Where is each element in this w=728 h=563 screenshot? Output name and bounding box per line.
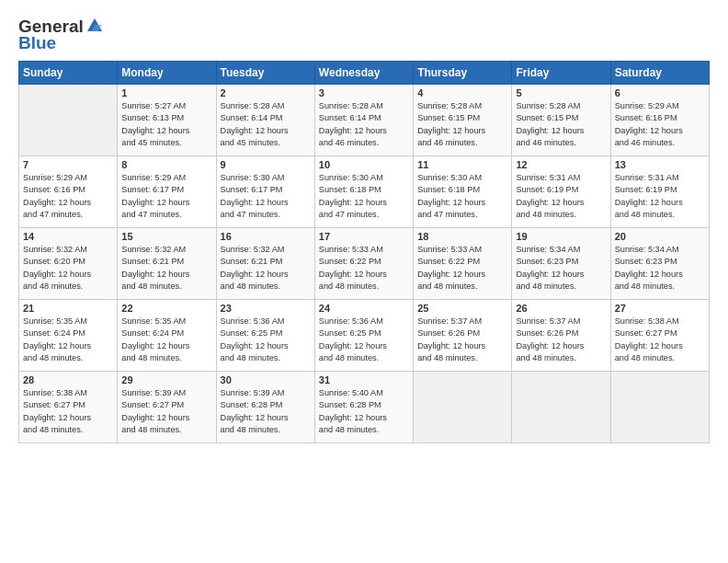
day-number: 25 xyxy=(417,303,507,314)
calendar-cell: 3Sunrise: 5:28 AMSunset: 6:14 PMDaylight… xyxy=(314,85,413,156)
day-number: 4 xyxy=(417,87,507,98)
day-number: 10 xyxy=(319,159,409,170)
calendar-table: SundayMondayTuesdayWednesdayThursdayFrid… xyxy=(18,61,710,443)
day-info: Sunrise: 5:38 AMSunset: 6:27 PMDaylight:… xyxy=(23,387,113,436)
day-number: 27 xyxy=(615,303,705,314)
day-info: Sunrise: 5:34 AMSunset: 6:23 PMDaylight:… xyxy=(516,244,606,293)
day-number: 16 xyxy=(221,231,311,242)
calendar-cell: 1Sunrise: 5:27 AMSunset: 6:13 PMDaylight… xyxy=(118,85,216,156)
day-number: 31 xyxy=(319,374,409,385)
calendar-cell: 15Sunrise: 5:32 AMSunset: 6:21 PMDayligh… xyxy=(118,228,216,300)
day-info: Sunrise: 5:31 AMSunset: 6:19 PMDaylight:… xyxy=(615,172,705,221)
header: General Blue xyxy=(18,17,710,53)
day-number: 19 xyxy=(516,231,606,242)
day-number: 21 xyxy=(23,303,113,314)
calendar-cell: 23Sunrise: 5:36 AMSunset: 6:25 PMDayligh… xyxy=(216,300,314,372)
day-number: 2 xyxy=(221,87,311,98)
day-info: Sunrise: 5:33 AMSunset: 6:22 PMDaylight:… xyxy=(417,244,507,293)
day-number: 18 xyxy=(417,231,507,242)
calendar-cell: 19Sunrise: 5:34 AMSunset: 6:23 PMDayligh… xyxy=(512,228,610,300)
calendar-cell: 24Sunrise: 5:36 AMSunset: 6:25 PMDayligh… xyxy=(314,300,413,372)
calendar-cell: 13Sunrise: 5:31 AMSunset: 6:19 PMDayligh… xyxy=(610,156,709,228)
day-number: 8 xyxy=(121,159,211,170)
day-info: Sunrise: 5:32 AMSunset: 6:21 PMDaylight:… xyxy=(221,244,311,293)
day-info: Sunrise: 5:28 AMSunset: 6:14 PMDaylight:… xyxy=(319,100,409,149)
day-number: 1 xyxy=(121,87,211,98)
day-info: Sunrise: 5:33 AMSunset: 6:22 PMDaylight:… xyxy=(319,244,409,293)
day-number: 26 xyxy=(516,303,606,314)
day-info: Sunrise: 5:28 AMSunset: 6:15 PMDaylight:… xyxy=(417,100,507,149)
day-number: 22 xyxy=(121,303,211,314)
day-number: 29 xyxy=(121,374,211,385)
day-number: 28 xyxy=(23,374,113,385)
calendar-cell: 9Sunrise: 5:30 AMSunset: 6:17 PMDaylight… xyxy=(216,156,314,228)
day-info: Sunrise: 5:28 AMSunset: 6:14 PMDaylight:… xyxy=(221,100,311,149)
week-row-3: 14Sunrise: 5:32 AMSunset: 6:20 PMDayligh… xyxy=(19,228,710,300)
day-info: Sunrise: 5:36 AMSunset: 6:25 PMDaylight:… xyxy=(221,316,311,364)
calendar-cell: 7Sunrise: 5:29 AMSunset: 6:16 PMDaylight… xyxy=(19,156,118,228)
calendar-cell: 25Sunrise: 5:37 AMSunset: 6:26 PMDayligh… xyxy=(414,300,512,372)
col-header-monday: Monday xyxy=(118,62,216,85)
logo: General Blue xyxy=(18,17,104,53)
day-number: 20 xyxy=(615,231,705,242)
day-number: 17 xyxy=(319,231,409,242)
header-row: SundayMondayTuesdayWednesdayThursdayFrid… xyxy=(19,62,710,85)
day-info: Sunrise: 5:40 AMSunset: 6:28 PMDaylight:… xyxy=(319,387,409,436)
day-info: Sunrise: 5:34 AMSunset: 6:23 PMDaylight:… xyxy=(615,244,705,293)
day-info: Sunrise: 5:36 AMSunset: 6:25 PMDaylight:… xyxy=(319,316,409,364)
day-info: Sunrise: 5:37 AMSunset: 6:26 PMDaylight:… xyxy=(516,316,606,364)
day-info: Sunrise: 5:30 AMSunset: 6:18 PMDaylight:… xyxy=(319,172,409,221)
day-number: 24 xyxy=(319,303,409,314)
calendar-cell xyxy=(512,372,610,443)
calendar-cell: 12Sunrise: 5:31 AMSunset: 6:19 PMDayligh… xyxy=(512,156,610,228)
day-info: Sunrise: 5:38 AMSunset: 6:27 PMDaylight:… xyxy=(615,316,705,364)
day-info: Sunrise: 5:29 AMSunset: 6:16 PMDaylight:… xyxy=(23,172,113,221)
calendar-cell: 10Sunrise: 5:30 AMSunset: 6:18 PMDayligh… xyxy=(314,156,413,228)
day-number: 23 xyxy=(221,303,311,314)
calendar-cell: 22Sunrise: 5:35 AMSunset: 6:24 PMDayligh… xyxy=(118,300,216,372)
calendar-cell: 17Sunrise: 5:33 AMSunset: 6:22 PMDayligh… xyxy=(314,228,413,300)
day-info: Sunrise: 5:30 AMSunset: 6:18 PMDaylight:… xyxy=(417,172,507,221)
col-header-saturday: Saturday xyxy=(610,62,709,85)
col-header-thursday: Thursday xyxy=(414,62,512,85)
calendar-cell: 14Sunrise: 5:32 AMSunset: 6:20 PMDayligh… xyxy=(19,228,118,300)
col-header-wednesday: Wednesday xyxy=(314,62,413,85)
day-number: 9 xyxy=(221,159,311,170)
calendar-cell: 30Sunrise: 5:39 AMSunset: 6:28 PMDayligh… xyxy=(216,372,314,443)
day-number: 5 xyxy=(516,87,606,98)
logo-blue: Blue xyxy=(18,33,56,53)
calendar-cell: 11Sunrise: 5:30 AMSunset: 6:18 PMDayligh… xyxy=(414,156,512,228)
calendar-cell: 4Sunrise: 5:28 AMSunset: 6:15 PMDaylight… xyxy=(414,85,512,156)
day-info: Sunrise: 5:35 AMSunset: 6:24 PMDaylight:… xyxy=(23,316,113,364)
day-info: Sunrise: 5:37 AMSunset: 6:26 PMDaylight:… xyxy=(417,316,507,364)
day-info: Sunrise: 5:29 AMSunset: 6:17 PMDaylight:… xyxy=(121,172,211,221)
calendar-cell: 18Sunrise: 5:33 AMSunset: 6:22 PMDayligh… xyxy=(414,228,512,300)
day-info: Sunrise: 5:30 AMSunset: 6:17 PMDaylight:… xyxy=(221,172,311,221)
week-row-5: 28Sunrise: 5:38 AMSunset: 6:27 PMDayligh… xyxy=(19,372,710,443)
calendar-cell: 27Sunrise: 5:38 AMSunset: 6:27 PMDayligh… xyxy=(610,300,709,372)
calendar-cell: 2Sunrise: 5:28 AMSunset: 6:14 PMDaylight… xyxy=(216,85,314,156)
calendar-cell xyxy=(414,372,512,443)
day-number: 14 xyxy=(23,231,113,242)
calendar-cell: 21Sunrise: 5:35 AMSunset: 6:24 PMDayligh… xyxy=(19,300,118,372)
week-row-4: 21Sunrise: 5:35 AMSunset: 6:24 PMDayligh… xyxy=(19,300,710,372)
day-info: Sunrise: 5:35 AMSunset: 6:24 PMDaylight:… xyxy=(121,316,211,364)
calendar-cell: 16Sunrise: 5:32 AMSunset: 6:21 PMDayligh… xyxy=(216,228,314,300)
calendar-cell: 29Sunrise: 5:39 AMSunset: 6:27 PMDayligh… xyxy=(118,372,216,443)
week-row-2: 7Sunrise: 5:29 AMSunset: 6:16 PMDaylight… xyxy=(19,156,710,228)
calendar-cell xyxy=(610,372,709,443)
day-number: 12 xyxy=(516,159,606,170)
week-row-1: 1Sunrise: 5:27 AMSunset: 6:13 PMDaylight… xyxy=(19,85,710,156)
day-info: Sunrise: 5:39 AMSunset: 6:28 PMDaylight:… xyxy=(221,387,311,436)
day-info: Sunrise: 5:32 AMSunset: 6:20 PMDaylight:… xyxy=(23,244,113,293)
calendar-cell: 5Sunrise: 5:28 AMSunset: 6:15 PMDaylight… xyxy=(512,85,610,156)
day-info: Sunrise: 5:39 AMSunset: 6:27 PMDaylight:… xyxy=(121,387,211,436)
logo-icon xyxy=(85,17,104,33)
calendar-cell: 26Sunrise: 5:37 AMSunset: 6:26 PMDayligh… xyxy=(512,300,610,372)
col-header-tuesday: Tuesday xyxy=(216,62,314,85)
page: General Blue SundayMondayTuesdayWednesda… xyxy=(0,0,728,563)
col-header-sunday: Sunday xyxy=(19,62,118,85)
day-number: 11 xyxy=(417,159,507,170)
calendar-cell: 31Sunrise: 5:40 AMSunset: 6:28 PMDayligh… xyxy=(314,372,413,443)
day-info: Sunrise: 5:32 AMSunset: 6:21 PMDaylight:… xyxy=(121,244,211,293)
